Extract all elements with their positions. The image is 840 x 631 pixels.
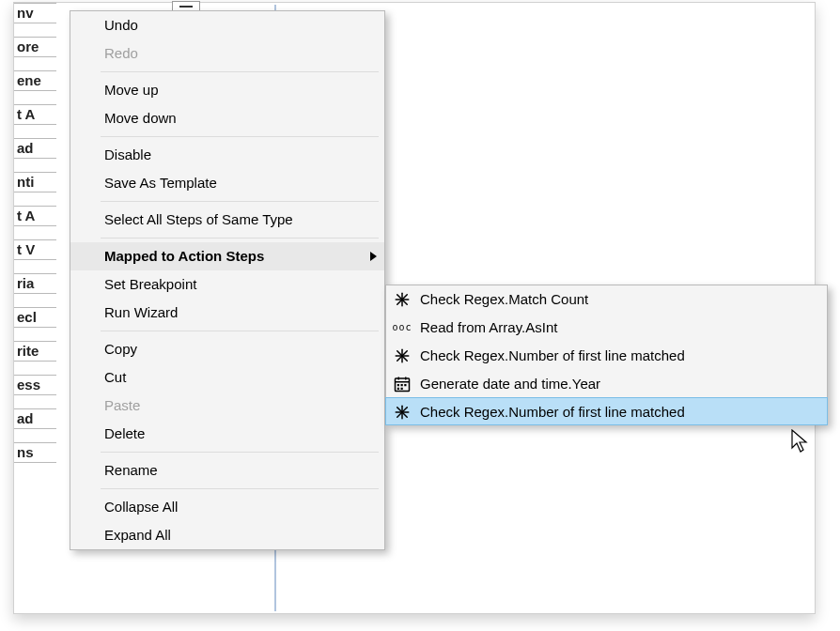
menu-item-undo[interactable]: Undo bbox=[70, 11, 384, 39]
menu-item-set-breakpoint[interactable]: Set Breakpoint bbox=[70, 270, 384, 299]
step-row[interactable]: ns bbox=[14, 442, 56, 463]
menu-item-rename[interactable]: Rename bbox=[70, 456, 384, 485]
menu-item-delete[interactable]: Delete bbox=[70, 420, 384, 448]
calendar-icon bbox=[392, 374, 412, 394]
step-row[interactable]: t A bbox=[14, 104, 56, 125]
menu-item-mapped-to-action-steps[interactable]: Mapped to Action Steps bbox=[70, 242, 384, 270]
svg-rect-12 bbox=[397, 384, 399, 386]
step-row[interactable]: ene bbox=[14, 70, 56, 91]
menu-separator bbox=[101, 238, 379, 239]
menu-item-move-up[interactable]: Move up bbox=[70, 76, 384, 104]
menu-item-move-down[interactable]: Move down bbox=[70, 104, 384, 132]
step-row[interactable]: nv bbox=[14, 3, 56, 23]
svg-rect-14 bbox=[404, 384, 406, 386]
submenu-item-label: Generate date and time.Year bbox=[420, 376, 600, 392]
svg-rect-13 bbox=[401, 384, 403, 386]
context-menu: Undo Redo Move up Move down Disable Save… bbox=[70, 10, 385, 550]
menu-item-collapse-all[interactable]: Collapse All bbox=[70, 493, 384, 521]
submenu-item-label: Read from Array.AsInt bbox=[420, 319, 557, 335]
step-row[interactable]: nti bbox=[14, 172, 56, 192]
submenu-item[interactable]: oocRead from Array.AsInt bbox=[386, 314, 827, 342]
menu-separator bbox=[101, 452, 379, 453]
menu-item-copy[interactable]: Copy bbox=[70, 335, 384, 363]
step-row[interactable]: ad bbox=[14, 408, 56, 429]
array-index-icon: ooc bbox=[392, 317, 412, 338]
background-step-rows: nv ore ene t A ad nti t A t V ria ecl ri… bbox=[14, 3, 56, 613]
step-row[interactable]: ecl bbox=[14, 307, 56, 328]
submenu-item-label: Check Regex.Number of first line matched bbox=[420, 404, 685, 420]
step-row[interactable]: t A bbox=[14, 206, 56, 226]
menu-item-save-as-template[interactable]: Save As Template bbox=[70, 169, 384, 197]
step-row[interactable]: ess bbox=[14, 375, 56, 395]
submenu-item-label: Check Regex.Number of first line matched bbox=[420, 347, 685, 363]
asterisk-icon bbox=[392, 402, 412, 423]
svg-rect-16 bbox=[401, 388, 403, 390]
step-row[interactable]: ria bbox=[14, 273, 56, 294]
asterisk-icon bbox=[392, 289, 412, 310]
menu-item-run-wizard[interactable]: Run Wizard bbox=[70, 299, 384, 327]
submenu-item[interactable]: Check Regex.Match Count bbox=[386, 285, 827, 314]
step-row[interactable]: rite bbox=[14, 341, 56, 362]
menu-separator bbox=[101, 488, 379, 489]
step-row[interactable]: ore bbox=[14, 37, 56, 57]
menu-item-select-all-steps[interactable]: Select All Steps of Same Type bbox=[70, 206, 384, 234]
menu-item-cut[interactable]: Cut bbox=[70, 363, 384, 392]
submenu-mapped-to-action-steps: Check Regex.Match CountoocRead from Arra… bbox=[385, 285, 828, 425]
menu-item-redo[interactable]: Redo bbox=[70, 39, 384, 68]
mouse-cursor bbox=[791, 429, 808, 454]
menu-item-disable[interactable]: Disable bbox=[70, 141, 384, 169]
menu-separator bbox=[101, 331, 379, 331]
submenu-arrow-icon bbox=[370, 252, 377, 261]
menu-separator bbox=[101, 71, 379, 72]
submenu-item[interactable]: Generate date and time.Year bbox=[386, 370, 827, 398]
asterisk-icon bbox=[392, 346, 412, 366]
submenu-item[interactable]: Check Regex.Number of first line matched bbox=[385, 397, 828, 425]
svg-rect-15 bbox=[397, 388, 399, 390]
menu-separator bbox=[101, 201, 379, 202]
submenu-item-label: Check Regex.Match Count bbox=[420, 291, 588, 307]
step-row[interactable]: t V bbox=[14, 239, 56, 260]
step-row[interactable]: ad bbox=[14, 138, 56, 159]
submenu-item[interactable]: Check Regex.Number of first line matched bbox=[386, 342, 827, 370]
menu-item-expand-all[interactable]: Expand All bbox=[70, 521, 384, 549]
app-frame: nv ore ene t A ad nti t A t V ria ecl ri… bbox=[13, 2, 816, 614]
menu-separator bbox=[101, 136, 379, 137]
menu-item-label: Mapped to Action Steps bbox=[104, 248, 264, 264]
menu-item-paste[interactable]: Paste bbox=[70, 392, 384, 420]
